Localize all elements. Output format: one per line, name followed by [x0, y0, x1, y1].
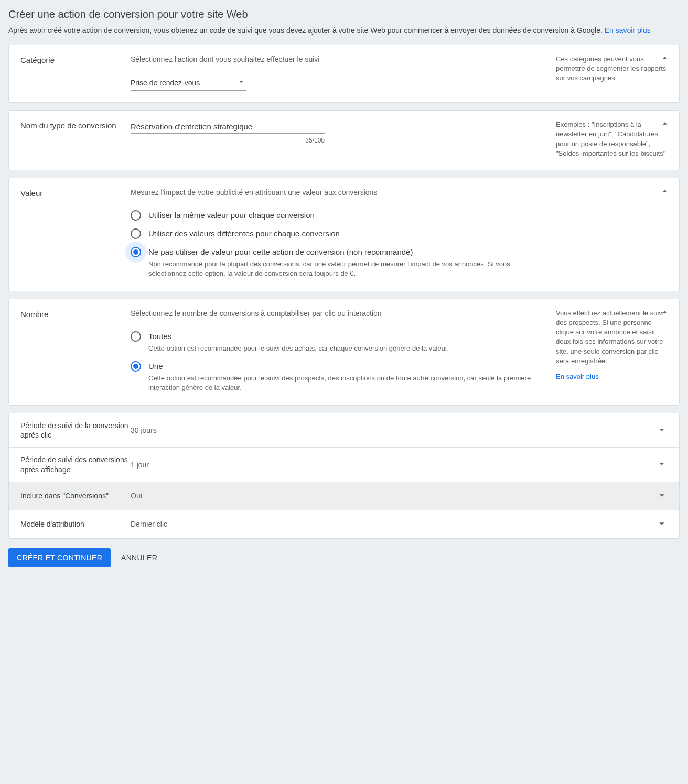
attribution-row[interactable]: Modèle d'attribution Dernier clic — [9, 510, 679, 538]
view-window-label: Période de suivi des conversions après a… — [20, 455, 131, 474]
page-subtitle: Après avoir créé votre action de convers… — [8, 26, 680, 36]
char-count: 35/100 — [131, 137, 325, 144]
include-conversions-value: Oui — [131, 492, 656, 500]
cancel-button[interactable]: Annuler — [121, 553, 157, 562]
value-help — [547, 188, 668, 279]
value-radio-different[interactable] — [131, 228, 141, 239]
conversion-name-label: Nom du type de conversion — [20, 120, 131, 158]
chevron-up-icon[interactable] — [659, 186, 671, 199]
page-subtitle-text: Après avoir créé votre action de convers… — [8, 26, 605, 35]
click-window-value: 30 jours — [131, 426, 656, 434]
chevron-down-icon — [656, 489, 668, 503]
chevron-down-icon — [656, 458, 668, 471]
conversion-name-input[interactable] — [131, 120, 325, 134]
include-conversions-row[interactable]: Inclure dans "Conversions" Oui — [9, 482, 679, 510]
chevron-up-icon[interactable] — [659, 307, 671, 320]
chevron-down-icon — [656, 518, 668, 531]
count-radio-every[interactable] — [131, 331, 141, 342]
category-label: Catégorie — [20, 55, 131, 91]
chevron-down-icon — [236, 77, 246, 88]
count-help: Vous effectuez actuellement le suivi des… — [547, 309, 668, 394]
value-label: Valeur — [20, 188, 131, 279]
value-card: Valeur Mesurez l'impact de votre publici… — [8, 178, 680, 291]
collapsed-settings: Période de suivi de la conversion après … — [8, 413, 680, 539]
include-conversions-label: Inclure dans "Conversions" — [20, 491, 131, 500]
footer-actions: Créer et continuer Annuler — [8, 548, 680, 567]
conversion-name-card: Nom du type de conversion 35/100 Exemple… — [8, 110, 680, 170]
count-help-text: Vous effectuez actuellement le suivi des… — [556, 309, 668, 366]
count-radio-every-label: Toutes — [148, 331, 539, 342]
value-radio-different-label: Utiliser des valeurs différentes pour ch… — [148, 228, 539, 239]
view-window-row[interactable]: Période de suivi des conversions après a… — [9, 448, 679, 482]
page-title: Créer une action de conversion pour votr… — [8, 8, 680, 20]
category-select[interactable]: Prise de rendez-vous — [131, 75, 246, 91]
conversion-name-help: Exemples : "Inscriptions à la newsletter… — [547, 120, 668, 158]
count-label: Nombre — [20, 309, 131, 394]
learn-more-link[interactable]: En savoir plus — [605, 26, 651, 35]
value-radio-same[interactable] — [131, 210, 141, 221]
create-continue-button[interactable]: Créer et continuer — [8, 548, 111, 567]
view-window-value: 1 jour — [131, 461, 656, 469]
count-radio-one-label: Une — [148, 361, 539, 372]
count-description: Sélectionnez le nombre de conversions à … — [131, 309, 539, 319]
count-radio-one[interactable] — [131, 361, 141, 372]
click-window-row[interactable]: Période de suivi de la conversion après … — [9, 413, 679, 448]
value-description: Mesurez l'impact de votre publicité en a… — [131, 188, 539, 198]
chevron-up-icon[interactable] — [659, 118, 671, 131]
attribution-label: Modèle d'attribution — [20, 519, 131, 529]
value-radio-none-sub: Non recommandé pour la plupart des conve… — [148, 259, 539, 278]
click-window-label: Période de suivi de la conversion après … — [20, 421, 131, 440]
attribution-value: Dernier clic — [131, 520, 656, 528]
count-help-link[interactable]: En savoir plus — [556, 373, 599, 380]
category-card: Catégorie Sélectionnez l'action dont vou… — [8, 45, 680, 103]
value-radio-none-label: Ne pas utiliser de valeur pour cette act… — [148, 246, 539, 257]
chevron-down-icon — [656, 424, 668, 437]
value-radio-none[interactable] — [131, 247, 141, 257]
count-radio-one-sub: Cette option est recommandée pour le sui… — [148, 374, 539, 393]
category-help: Ces catégories peuvent vous permettre de… — [547, 55, 668, 91]
count-card: Nombre Sélectionnez le nombre de convers… — [8, 299, 680, 406]
chevron-up-icon[interactable] — [659, 52, 671, 66]
value-radio-same-label: Utiliser la même valeur pour chaque conv… — [148, 210, 539, 221]
category-description: Sélectionnez l'action dont vous souhaite… — [131, 55, 539, 65]
category-select-value: Prise de rendez-vous — [131, 79, 200, 87]
count-radio-every-sub: Cette option est recommandée pour le sui… — [148, 344, 539, 353]
